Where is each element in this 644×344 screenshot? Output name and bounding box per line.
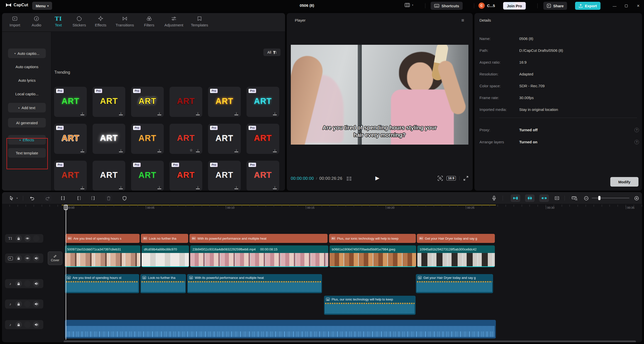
text-template-tile[interactable]: ProART↓ <box>54 124 87 154</box>
lock-icon[interactable] <box>15 280 22 287</box>
subtitle-audio-clip[interactable]: Are you tired of spending hours st <box>65 274 139 293</box>
text-template-tile[interactable]: ProART↓ <box>208 124 241 154</box>
text-template-tile[interactable]: ART☆↓ <box>170 124 202 154</box>
lock-icon[interactable] <box>15 235 22 242</box>
minimize-button[interactable]: — <box>611 3 618 9</box>
download-icon[interactable]: ↓ <box>234 111 238 115</box>
sidebar-item-add-text[interactable]: ▸ Add text <box>8 103 46 112</box>
aspect-ratio-button[interactable]: 16:9 <box>447 176 456 181</box>
undo-icon[interactable] <box>28 195 35 202</box>
fullscreen-icon[interactable] <box>463 176 469 181</box>
text-template-tile[interactable]: ProART↓ <box>247 124 279 154</box>
eye-icon[interactable] <box>24 235 31 242</box>
timeline-scale-icon[interactable] <box>571 195 578 202</box>
subtitle-audio-clip[interactable]: With its powerful performance and multip… <box>187 274 322 293</box>
text-clip[interactable]: A≡Get your Hair Dryer today and say g <box>417 234 495 243</box>
download-icon[interactable]: ↓ <box>119 185 123 189</box>
redo-icon[interactable] <box>44 195 51 202</box>
close-button[interactable]: × <box>634 3 642 9</box>
lock-icon[interactable] <box>15 255 22 262</box>
layout-switcher-button[interactable]: ▾ <box>405 3 413 8</box>
horizontal-scrollbar[interactable] <box>64 340 636 342</box>
download-icon[interactable]: ↓ <box>80 111 84 115</box>
sidebar-item-local-captions[interactable]: Local captio... <box>8 92 46 96</box>
tab-import[interactable]: Import <box>4 15 26 27</box>
playhead-handle[interactable] <box>64 205 68 210</box>
text-clip[interactable]: A≡Are you tired of spending hours s <box>65 234 140 243</box>
music-clip[interactable] <box>65 320 496 338</box>
text-template-tile[interactable]: ProART↓ <box>170 161 202 191</box>
tab-audio[interactable]: Audio <box>25 15 48 27</box>
frame-view-icon[interactable] <box>347 177 351 181</box>
download-icon[interactable]: ↓ <box>196 111 200 115</box>
text-template-tile[interactable]: ProART↓ <box>247 87 279 117</box>
delete-icon[interactable] <box>105 195 112 202</box>
preview-axis-button[interactable] <box>525 194 535 202</box>
download-icon[interactable]: ↓ <box>119 148 123 152</box>
video-clip[interactable]: 500971bc02cbb071ca347397c8eb31 <box>65 245 140 267</box>
download-icon[interactable]: ↓ <box>80 148 84 152</box>
link-clips-button[interactable] <box>539 194 549 202</box>
auto-snap-button[interactable] <box>511 194 520 202</box>
zoom-slider-handle[interactable] <box>598 196 600 200</box>
tab-effects[interactable]: Effects <box>89 15 112 27</box>
record-voiceover-icon[interactable] <box>491 195 498 202</box>
subtitle-audio-clip[interactable]: Look no further tha <box>140 274 186 293</box>
download-icon[interactable]: ↓ <box>273 148 277 152</box>
select-tool-icon[interactable] <box>8 195 15 202</box>
text-template-tile[interactable]: ProART↓ <box>247 161 279 191</box>
download-icon[interactable]: ↓ <box>119 111 123 115</box>
tab-stickers[interactable]: Stickers <box>68 15 91 27</box>
download-icon[interactable]: ↓ <box>80 185 84 189</box>
zoom-out-icon[interactable] <box>583 195 590 202</box>
tab-templates[interactable]: Templates <box>188 15 211 27</box>
tab-transitions[interactable]: Transitions <box>113 15 136 27</box>
preview-quality-icon[interactable] <box>437 176 443 181</box>
play-button[interactable]: ▶ <box>375 175 379 181</box>
join-pro-button[interactable]: Join Pro <box>503 2 526 10</box>
tab-text[interactable]: TI Text <box>47 15 70 27</box>
download-icon[interactable]: ↓ <box>196 148 200 152</box>
menu-button[interactable]: Menu ▾ <box>32 2 52 10</box>
zoom-slider[interactable] <box>592 198 629 198</box>
download-icon[interactable]: ↓ <box>196 185 200 189</box>
lock-icon[interactable] <box>15 321 22 328</box>
video-clip[interactable]: dfcd08b4a88bc88c970 <box>142 245 189 267</box>
delete-right-icon[interactable] <box>90 195 97 202</box>
text-template-tile[interactable]: ProART↓ <box>208 161 241 191</box>
sidebar-item-auto-lyrics[interactable]: Auto lyrics <box>8 78 46 82</box>
export-button[interactable]: Export <box>575 2 600 10</box>
video-clip[interactable]: 10945a91b294273128f5ab300ce8dc42 <box>417 245 495 267</box>
text-template-tile[interactable]: ProART↓ <box>93 87 125 117</box>
player-menu-icon[interactable]: ≡ <box>461 18 464 23</box>
speaker-icon[interactable] <box>33 321 39 328</box>
playhead-line[interactable] <box>66 205 66 340</box>
text-clip[interactable]: A≡With its powerful performance and mult… <box>189 234 328 243</box>
sidebar-item-ai-generated[interactable]: AI generated <box>8 118 46 127</box>
filter-all-button[interactable]: All <box>263 49 280 56</box>
download-icon[interactable]: ↓ <box>273 185 277 189</box>
subtitle-audio-clip[interactable]: Get your Hair Dryer today and say g <box>416 274 493 293</box>
download-icon[interactable]: ↓ <box>157 148 161 152</box>
share-button[interactable]: Share <box>543 2 567 10</box>
download-icon[interactable]: ↓ <box>234 185 238 189</box>
tab-filters[interactable]: Filters <box>138 15 160 27</box>
text-clip[interactable]: A≡Look no further tha <box>141 234 188 243</box>
shortcuts-button[interactable]: Shortcuts <box>431 2 463 10</box>
text-template-tile[interactable]: ProART↓ <box>54 161 87 191</box>
download-icon[interactable]: ↓ <box>234 148 238 152</box>
text-template-tile[interactable]: ProART↓ <box>131 124 164 154</box>
video-clip[interactable]: 23b945f11c9316a4db083229259fbeb8.mp400:0… <box>190 245 328 267</box>
text-template-tile[interactable]: ProART↓ <box>131 87 164 117</box>
sidebar-item-auto-captions[interactable]: Auto captions <box>8 65 46 69</box>
text-template-tile[interactable]: ART↓ <box>93 161 125 191</box>
text-template-tile[interactable]: ART↓ <box>170 87 202 117</box>
lock-icon[interactable] <box>15 301 22 307</box>
eye-icon[interactable] <box>24 255 31 262</box>
text-template-tile[interactable]: ART↓ <box>93 124 125 154</box>
delete-left-icon[interactable] <box>75 195 82 202</box>
download-icon[interactable]: ↓ <box>157 185 161 189</box>
speaker-icon[interactable] <box>33 255 39 262</box>
download-icon[interactable]: ↓ <box>157 111 161 115</box>
split-icon[interactable] <box>59 195 66 202</box>
